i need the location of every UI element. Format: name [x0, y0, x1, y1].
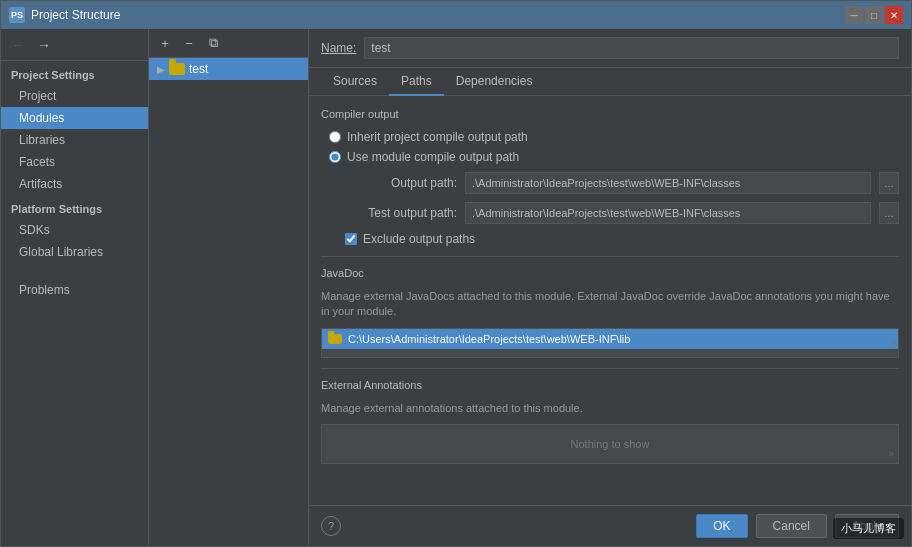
- name-input[interactable]: [364, 37, 899, 59]
- use-module-label[interactable]: Use module compile output path: [347, 150, 519, 164]
- test-output-path-browse-button[interactable]: …: [879, 202, 899, 224]
- nothing-to-show: Nothing to show »: [321, 424, 899, 464]
- inherit-label[interactable]: Inherit project compile output path: [347, 130, 528, 144]
- back-button[interactable]: ←: [7, 34, 29, 56]
- platform-settings-label: Platform Settings: [1, 195, 148, 219]
- paths-content: Compiler output Inherit project compile …: [309, 96, 911, 505]
- name-label: Name:: [321, 41, 356, 55]
- inherit-option: Inherit project compile output path: [321, 130, 899, 144]
- inherit-radio[interactable]: [329, 131, 341, 143]
- nothing-scroll-icon: »: [888, 448, 894, 459]
- name-row: Name:: [309, 29, 911, 68]
- javadoc-scroll-icon: »: [890, 337, 896, 348]
- bottom-bar: ? OK Cancel Apply: [309, 505, 911, 546]
- title-bar-left: PS Project Structure: [9, 7, 120, 23]
- divider-1: [321, 256, 899, 257]
- action-buttons: OK Cancel Apply: [696, 514, 899, 538]
- tree-add-button[interactable]: +: [155, 33, 175, 53]
- ext-annotations-section: External Annotations Manage external ann…: [321, 379, 899, 464]
- test-output-path-row: Test output path: .\Administrator\IdeaPr…: [321, 202, 899, 224]
- folder-icon: [169, 63, 185, 75]
- javadoc-item[interactable]: C:\Users\Administrator\IdeaProjects\test…: [322, 329, 898, 349]
- tab-dependencies[interactable]: Dependencies: [444, 68, 545, 96]
- sidebar-item-facets[interactable]: Facets: [1, 151, 148, 173]
- nav-toolbar: ← →: [1, 29, 148, 61]
- sidebar-item-project[interactable]: Project: [1, 85, 148, 107]
- javadoc-folder-icon: [328, 334, 342, 344]
- output-path-label: Output path:: [337, 176, 457, 190]
- output-path-row: Output path: .\Administrator\IdeaProject…: [321, 172, 899, 194]
- ext-annotations-title: External Annotations: [321, 379, 899, 391]
- close-button[interactable]: ✕: [885, 6, 903, 24]
- ok-button[interactable]: OK: [696, 514, 747, 538]
- sidebar-item-modules[interactable]: Modules: [1, 107, 148, 129]
- tree-panel: + − ⧉ ▶ test: [149, 29, 309, 546]
- tree-remove-button[interactable]: −: [179, 33, 199, 53]
- compiler-output-title: Compiler output: [321, 108, 899, 120]
- javadoc-item-path: C:\Users\Administrator\IdeaProjects\test…: [348, 333, 630, 345]
- title-bar: PS Project Structure ─ □ ✕: [1, 1, 911, 29]
- exclude-output-checkbox[interactable]: [345, 233, 357, 245]
- javadoc-list: C:\Users\Administrator\IdeaProjects\test…: [321, 328, 899, 358]
- sidebar-item-libraries[interactable]: Libraries: [1, 129, 148, 151]
- help-button[interactable]: ?: [321, 516, 341, 536]
- use-module-radio[interactable]: [329, 151, 341, 163]
- javadoc-section: JavaDoc Manage external JavaDocs attache…: [321, 267, 899, 358]
- exclude-output-label[interactable]: Exclude output paths: [363, 232, 475, 246]
- sidebar: ← → Project Settings Project Modules Lib…: [1, 29, 149, 546]
- project-settings-label: Project Settings: [1, 61, 148, 85]
- sidebar-item-problems[interactable]: Problems: [1, 279, 148, 301]
- window-icon: PS: [9, 7, 25, 23]
- minimize-button[interactable]: ─: [845, 6, 863, 24]
- project-structure-window: PS Project Structure ─ □ ✕ ← → Project S…: [0, 0, 912, 547]
- tab-paths[interactable]: Paths: [389, 68, 444, 96]
- apply-button[interactable]: Apply: [835, 514, 899, 538]
- tree-toolbar: + − ⧉: [149, 29, 308, 58]
- title-bar-controls: ─ □ ✕: [845, 6, 903, 24]
- ext-annotations-desc: Manage external annotations attached to …: [321, 401, 899, 416]
- sidebar-item-sdks[interactable]: SDKs: [1, 219, 148, 241]
- divider-2: [321, 368, 899, 369]
- tree-arrow-icon: ▶: [157, 64, 165, 75]
- window-title: Project Structure: [31, 8, 120, 22]
- test-output-path-label: Test output path:: [337, 206, 457, 220]
- sidebar-item-global-libraries[interactable]: Global Libraries: [1, 241, 148, 263]
- exclude-output-row: Exclude output paths: [321, 232, 899, 246]
- tab-bar: Sources Paths Dependencies: [309, 68, 911, 96]
- forward-button[interactable]: →: [33, 34, 55, 56]
- tab-sources[interactable]: Sources: [321, 68, 389, 96]
- test-output-path-value: .\Administrator\IdeaProjects\test\web\WE…: [465, 202, 871, 224]
- tree-copy-button[interactable]: ⧉: [203, 33, 223, 53]
- tree-module-name: test: [189, 62, 208, 76]
- sidebar-item-artifacts[interactable]: Artifacts: [1, 173, 148, 195]
- tree-module-item[interactable]: ▶ test: [149, 58, 308, 80]
- detail-panel: Name: Sources Paths Dependencies Comp: [309, 29, 911, 546]
- javadoc-desc: Manage external JavaDocs attached to thi…: [321, 289, 899, 320]
- cancel-button[interactable]: Cancel: [756, 514, 827, 538]
- use-module-option: Use module compile output path: [321, 150, 899, 164]
- output-path-browse-button[interactable]: …: [879, 172, 899, 194]
- javadoc-title: JavaDoc: [321, 267, 899, 279]
- main-content: ← → Project Settings Project Modules Lib…: [1, 29, 911, 546]
- output-path-value: .\Administrator\IdeaProjects\test\web\WE…: [465, 172, 871, 194]
- maximize-button[interactable]: □: [865, 6, 883, 24]
